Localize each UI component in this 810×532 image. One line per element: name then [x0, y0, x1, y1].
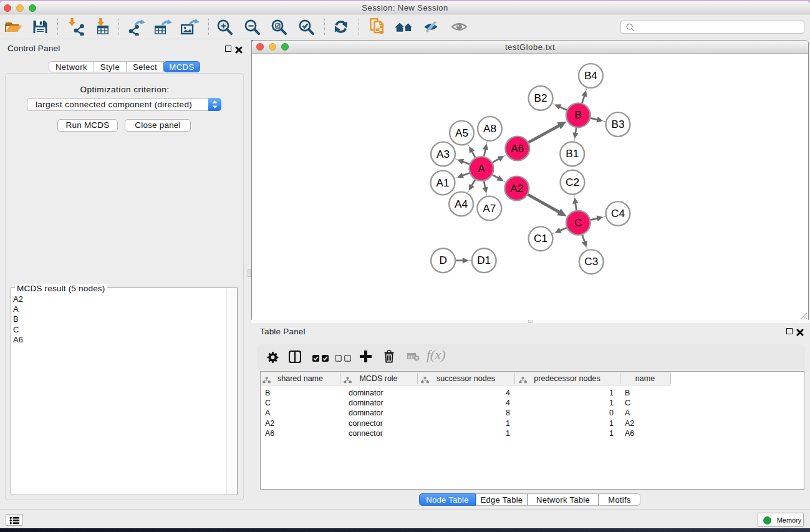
svg-text:B3: B3	[611, 118, 624, 130]
svg-text:B1: B1	[566, 147, 579, 160]
svg-text:A: A	[478, 162, 485, 175]
svg-text:A6: A6	[511, 142, 524, 155]
svg-text:C: C	[574, 216, 582, 229]
svg-text:C3: C3	[584, 255, 598, 268]
svg-text:A2: A2	[510, 182, 523, 195]
svg-text:A7: A7	[483, 202, 496, 215]
svg-text:C4: C4	[611, 207, 625, 220]
svg-text:A4: A4	[455, 198, 468, 210]
svg-text:C2: C2	[566, 176, 579, 188]
svg-text:B: B	[575, 109, 582, 121]
svg-text:A1: A1	[436, 177, 449, 189]
svg-text:C1: C1	[534, 232, 547, 244]
svg-text:B2: B2	[534, 92, 547, 104]
svg-text:A5: A5	[455, 127, 468, 139]
svg-text:A8: A8	[483, 122, 496, 135]
svg-text:A3: A3	[436, 148, 450, 160]
svg-text:D1: D1	[477, 254, 491, 266]
svg-text:B4: B4	[584, 69, 597, 82]
svg-text:D: D	[439, 254, 446, 266]
